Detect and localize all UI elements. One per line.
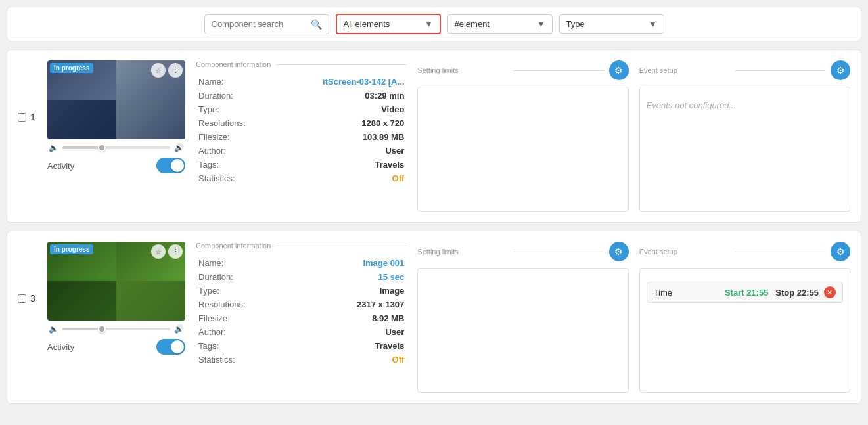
name-label-2: Name:	[196, 256, 255, 270]
volume-knob-1	[98, 144, 106, 152]
limits-line-1	[513, 70, 604, 71]
events-line-1	[735, 70, 825, 71]
volume-slider-2[interactable]	[62, 328, 170, 330]
events-empty-1: Events not configured...	[647, 101, 843, 110]
duration-link-2[interactable]: 15 sec	[378, 272, 405, 282]
event-close-button-2[interactable]: ✕	[824, 286, 836, 298]
thumb-cell-4	[116, 100, 185, 139]
all-elements-select[interactable]: All elements ▼	[336, 14, 441, 34]
volume-slider-1[interactable]	[62, 146, 170, 149]
info-row-type-1: Type: Video	[196, 102, 407, 116]
events-gear-button-1[interactable]: ⚙	[831, 60, 850, 80]
activity-row-2: Activity	[47, 339, 185, 355]
activity-row-1: Activity	[47, 158, 185, 173]
filesize-label-2: Filesize:	[196, 311, 255, 325]
info-row-statistics-1: Statistics: Off	[196, 171, 407, 185]
info-section-1: Component information Name: itScreen-03-…	[196, 60, 407, 185]
limits-content-1	[417, 87, 628, 212]
thumb-icons-1: ☆ ⋮	[151, 63, 183, 78]
more-options-button-2[interactable]: ⋮	[168, 244, 183, 259]
search-input[interactable]	[212, 19, 308, 29]
event-start-time-2: 21:55	[746, 288, 768, 298]
activity-label-1: Activity	[47, 161, 74, 171]
type-value-2: Image	[255, 284, 407, 298]
type-select[interactable]: Type ▼	[559, 14, 664, 34]
filesize-value-1: 103.89 MB	[255, 130, 407, 144]
statistics-value-2: Off	[255, 353, 407, 367]
volume-high-icon-2: 🔊	[174, 324, 184, 334]
name-label-1: Name:	[196, 75, 255, 89]
info-row-author-2: Author: User	[196, 325, 407, 339]
info-row-filesize-2: Filesize: 8.92 MB	[196, 311, 407, 325]
stat-off-2: Off	[392, 355, 405, 365]
thumbnail-2: In progress ☆ ⋮ 🔈 🔊 Activity	[47, 242, 185, 355]
card-left-2: 3 In progress ☆ ⋮ 🔈 🔊	[18, 242, 185, 355]
chevron-down-icon: ▼	[425, 20, 433, 29]
events-content-2: Time Start 21:55 Stop 22:55 ✕	[639, 268, 850, 393]
chevron-down-icon: ▼	[537, 20, 545, 29]
events-content-1: Events not configured...	[639, 87, 850, 212]
section-title-info-1: Component information	[196, 60, 407, 68]
event-stop-label-2: Stop	[775, 288, 794, 298]
limits-section-2: Setting limits ⚙	[417, 242, 628, 393]
activity-toggle-2[interactable]	[156, 339, 185, 355]
thumb-cell-f3	[47, 281, 116, 321]
limits-line-2	[513, 252, 604, 252]
info-row-statistics-2: Statistics: Off	[196, 353, 407, 367]
event-name-2: Time	[654, 288, 680, 298]
card-checkbox-2[interactable]	[18, 294, 26, 303]
section-title-info-2: Component information	[196, 242, 407, 250]
stat-off-1: Off	[392, 173, 405, 183]
event-stop-time-2: 22:55	[797, 288, 819, 298]
card-checkbox-1[interactable]	[18, 113, 26, 122]
more-options-button-1[interactable]: ⋮	[168, 63, 183, 78]
filesize-label-1: Filesize:	[196, 130, 255, 144]
info-row-filesize-1: Filesize: 103.89 MB	[196, 130, 407, 144]
tags-value-1: Travels	[255, 158, 407, 171]
volume-icon-2: 🔈	[49, 324, 58, 334]
tags-value-2: Travels	[255, 339, 407, 353]
name-value-1: itScreen-03-142 [A...	[255, 75, 407, 89]
info-row-name-1: Name: itScreen-03-142 [A...	[196, 75, 407, 89]
author-label-1: Author:	[196, 144, 255, 158]
info-row-author-1: Author: User	[196, 144, 407, 158]
event-row-2: Time Start 21:55 Stop 22:55 ✕	[647, 282, 843, 303]
top-bar: 🔍 All elements ▼ #element ▼ Type ▼	[7, 7, 861, 41]
volume-knob-2	[98, 325, 106, 333]
limits-section-1: Setting limits ⚙	[417, 60, 628, 212]
favorite-button-2[interactable]: ☆	[151, 244, 166, 259]
activity-toggle-1[interactable]	[156, 158, 185, 173]
info-row-duration-1: Duration: 03:29 min	[196, 89, 407, 102]
event-detail-2: Start 21:55 Stop 22:55	[685, 288, 819, 298]
favorite-button-1[interactable]: ☆	[151, 63, 166, 78]
events-gear-button-2[interactable]: ⚙	[831, 242, 850, 261]
info-section-2: Component information Name: Image 001 Du…	[196, 242, 407, 367]
activity-label-2: Activity	[47, 342, 74, 352]
resolutions-value-1: 1280 x 720	[255, 116, 407, 130]
limits-title-1: Setting limits	[417, 66, 508, 74]
chevron-down-icon: ▼	[649, 20, 657, 29]
name-link-2[interactable]: Image 001	[363, 258, 404, 268]
resolutions-label-1: Resolutions:	[196, 116, 255, 130]
thumb-cell-3	[47, 100, 116, 139]
info-row-resolutions-1: Resolutions: 1280 x 720	[196, 116, 407, 130]
thumb-cell-f4	[116, 281, 185, 321]
name-link-1[interactable]: itScreen-03-142 [A...	[323, 77, 404, 87]
limits-gear-button-1[interactable]: ⚙	[609, 60, 629, 80]
limits-gear-button-2[interactable]: ⚙	[609, 242, 629, 261]
info-row-name-2: Name: Image 001	[196, 256, 407, 270]
toggle-knob-1	[171, 159, 184, 172]
info-row-duration-2: Duration: 15 sec	[196, 270, 407, 284]
limits-title-2: Setting limits	[417, 248, 508, 256]
resolutions-label-2: Resolutions:	[196, 298, 255, 311]
element-select[interactable]: #element ▼	[447, 14, 553, 34]
type-label-2: Type:	[196, 284, 255, 298]
type-label: Type	[566, 19, 585, 29]
info-row-resolutions-2: Resolutions: 2317 x 1307	[196, 298, 407, 311]
duration-value-2: 15 sec	[255, 270, 407, 284]
limits-header-2: Setting limits ⚙	[417, 242, 628, 261]
tags-label-2: Tags:	[196, 339, 255, 353]
statistics-value-1: Off	[255, 171, 407, 185]
in-progress-badge-2: In progress	[50, 244, 93, 254]
search-box[interactable]: 🔍	[204, 14, 329, 34]
